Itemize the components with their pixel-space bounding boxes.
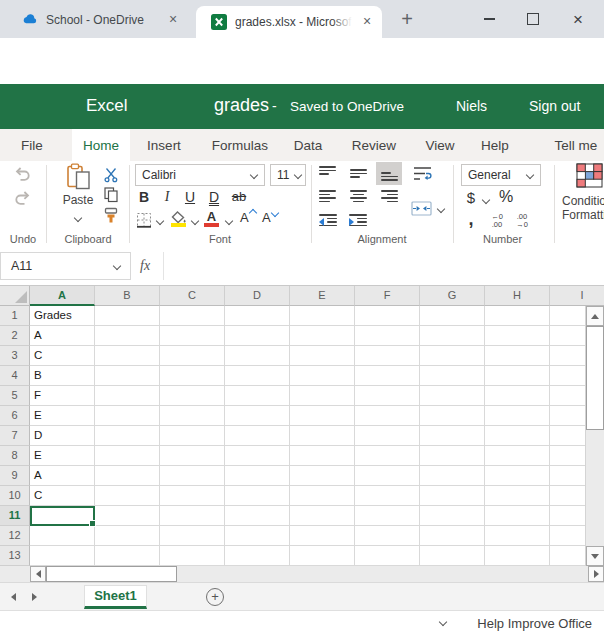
cell-G12[interactable]	[420, 526, 485, 546]
vertical-scroll-thumb[interactable]	[586, 326, 604, 430]
row-header-9[interactable]: 9	[0, 466, 30, 486]
increase-indent-button[interactable]	[349, 214, 367, 229]
cell-B11[interactable]	[95, 506, 160, 526]
cell-C13[interactable]	[160, 546, 225, 566]
row-header-13[interactable]: 13	[0, 546, 30, 566]
vertical-scrollbar[interactable]	[585, 306, 604, 566]
cell-F7[interactable]	[355, 426, 420, 446]
cell-G9[interactable]	[420, 466, 485, 486]
cell-A8[interactable]: E	[30, 446, 95, 466]
cell-F13[interactable]	[355, 546, 420, 566]
cell-B5[interactable]	[95, 386, 160, 406]
add-sheet-button[interactable]: +	[206, 588, 224, 606]
cell-C3[interactable]	[160, 346, 225, 366]
cell-F8[interactable]	[355, 446, 420, 466]
cell-D10[interactable]	[225, 486, 290, 506]
scroll-down-button[interactable]	[586, 546, 604, 566]
column-header-E[interactable]: E	[290, 286, 355, 306]
row-header-8[interactable]: 8	[0, 446, 30, 466]
underline-button[interactable]: U	[182, 189, 198, 205]
ribbon-tab-view[interactable]: View	[420, 129, 460, 161]
row-header-11[interactable]: 11	[0, 506, 30, 526]
cell-A2[interactable]: A	[30, 326, 95, 346]
cell-E2[interactable]	[290, 326, 355, 346]
sheet-nav-left-icon[interactable]	[11, 593, 16, 601]
cell-B9[interactable]	[95, 466, 160, 486]
cell-D2[interactable]	[225, 326, 290, 346]
cell-D11[interactable]	[225, 506, 290, 526]
document-title[interactable]: grades	[214, 95, 269, 116]
cell-C2[interactable]	[160, 326, 225, 346]
merge-center-button[interactable]	[411, 201, 432, 220]
column-header-C[interactable]: C	[160, 286, 225, 306]
cell-C10[interactable]	[160, 486, 225, 506]
cut-button[interactable]	[103, 167, 119, 187]
cell-H2[interactable]	[485, 326, 550, 346]
tab-close-icon[interactable]: ×	[164, 11, 182, 29]
cell-E12[interactable]	[290, 526, 355, 546]
tab-close-icon[interactable]: ×	[358, 13, 376, 31]
decrease-decimal-button[interactable]: .00 →0	[511, 213, 533, 229]
borders-button[interactable]	[136, 212, 152, 232]
cell-C12[interactable]	[160, 526, 225, 546]
cell-F1[interactable]	[355, 306, 420, 326]
cell-E13[interactable]	[290, 546, 355, 566]
cell-B6[interactable]	[95, 406, 160, 426]
format-painter-button[interactable]	[103, 207, 120, 228]
ribbon-tab-formulas[interactable]: Formulas	[208, 129, 272, 161]
column-header-H[interactable]: H	[485, 286, 550, 306]
font-name-select[interactable]: Calibri	[135, 164, 265, 186]
cell-A13[interactable]	[30, 546, 95, 566]
increase-decimal-button[interactable]: ←0 .00	[486, 213, 508, 229]
cell-C9[interactable]	[160, 466, 225, 486]
cell-E10[interactable]	[290, 486, 355, 506]
wrap-text-button[interactable]	[413, 166, 432, 186]
italic-button[interactable]: I	[160, 189, 174, 205]
cell-A1[interactable]: Grades	[30, 306, 95, 326]
cell-H12[interactable]	[485, 526, 550, 546]
cell-F6[interactable]	[355, 406, 420, 426]
cell-B4[interactable]	[95, 366, 160, 386]
cell-D1[interactable]	[225, 306, 290, 326]
cell-A7[interactable]: D	[30, 426, 95, 446]
cell-H9[interactable]	[485, 466, 550, 486]
cell-C8[interactable]	[160, 446, 225, 466]
cell-G3[interactable]	[420, 346, 485, 366]
cell-E3[interactable]	[290, 346, 355, 366]
ribbon-tab-insert[interactable]: Insert	[141, 129, 187, 161]
cell-E6[interactable]	[290, 406, 355, 426]
cell-H6[interactable]	[485, 406, 550, 426]
row-header-7[interactable]: 7	[0, 426, 30, 446]
cell-C6[interactable]	[160, 406, 225, 426]
cell-G4[interactable]	[420, 366, 485, 386]
cell-G1[interactable]	[420, 306, 485, 326]
row-header-10[interactable]: 10	[0, 486, 30, 506]
cell-G8[interactable]	[420, 446, 485, 466]
cell-F12[interactable]	[355, 526, 420, 546]
sheet-tab-sheet1[interactable]: Sheet1	[84, 585, 147, 609]
cell-A12[interactable]	[30, 526, 95, 546]
cell-A6[interactable]: E	[30, 406, 95, 426]
cell-B10[interactable]	[95, 486, 160, 506]
cell-F10[interactable]	[355, 486, 420, 506]
cell-C1[interactable]	[160, 306, 225, 326]
cell-E11[interactable]	[290, 506, 355, 526]
cell-A5[interactable]: F	[30, 386, 95, 406]
cell-A9[interactable]: A	[30, 466, 95, 486]
ribbon-tab-home[interactable]: Home	[72, 129, 130, 161]
cell-C7[interactable]	[160, 426, 225, 446]
cell-G13[interactable]	[420, 546, 485, 566]
align-bottom-selected-tile[interactable]	[376, 162, 402, 185]
cell-B8[interactable]	[95, 446, 160, 466]
currency-format-button[interactable]: $	[464, 189, 478, 206]
cell-F5[interactable]	[355, 386, 420, 406]
cell-B12[interactable]	[95, 526, 160, 546]
cell-D12[interactable]	[225, 526, 290, 546]
ribbon-tab-file[interactable]: File	[12, 129, 52, 161]
column-header-G[interactable]: G	[420, 286, 485, 306]
conditional-formatting-button[interactable]: Conditional Formatting	[562, 163, 604, 222]
cell-G2[interactable]	[420, 326, 485, 346]
cell-C11[interactable]	[160, 506, 225, 526]
row-header-6[interactable]: 6	[0, 406, 30, 426]
redo-button[interactable]	[13, 191, 32, 210]
